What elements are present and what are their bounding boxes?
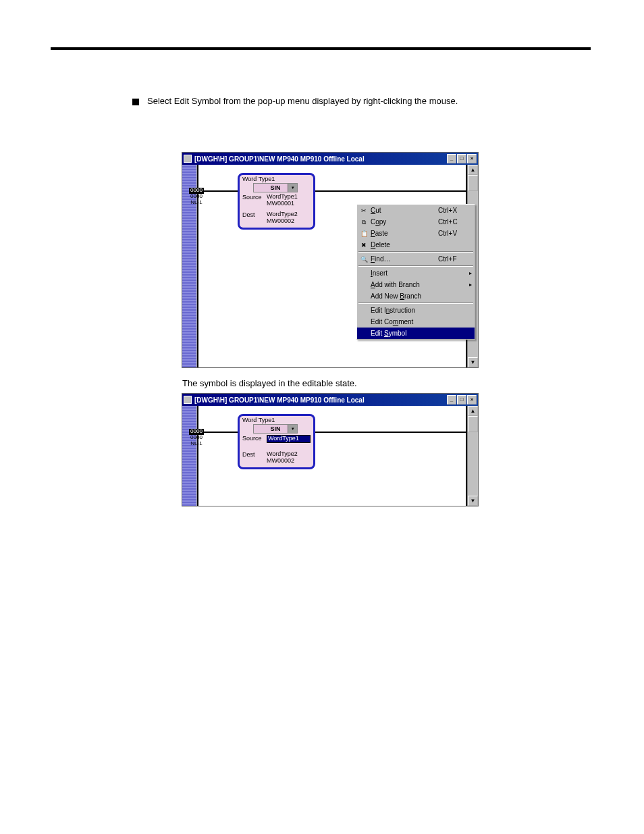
editor-window-1: [DWGH\H] GROUP1\NEW MP940 MP910 Offline …: [182, 152, 479, 368]
titlebar[interactable]: [DWGH\H] GROUP1\NEW MP940 MP910 Offline …: [182, 153, 478, 165]
menu-item-insert[interactable]: Insert▸: [357, 267, 475, 279]
instruction-block[interactable]: Word Type1 SIN ▾ Source WordType1 Dest W…: [238, 414, 315, 469]
submenu-arrow-icon: ▸: [466, 270, 472, 276]
menu-item-edit-comment[interactable]: Edit Comment: [357, 316, 475, 328]
caption-text: The symbol is displayed in the editable …: [182, 378, 357, 388]
instruction-block[interactable]: Word Type1 SIN ▾ Source WordType1 MW0000…: [238, 173, 315, 230]
menu-item-add-with-branch[interactable]: Add with Branch▸: [357, 279, 475, 290]
ladder-canvas[interactable]: 0000 0000 NL-1 Word Type1 SIN ▾ Source W…: [197, 406, 467, 506]
menu-item-delete[interactable]: ✖Delete: [357, 239, 475, 251]
instruction-title: Word Type1: [240, 416, 313, 423]
minimize-button[interactable]: _: [447, 154, 456, 163]
instruction-op[interactable]: SIN ▾: [253, 183, 298, 192]
menu-item-label: Add with Branch: [371, 281, 438, 288]
menu-item-find-[interactable]: 🔍Find…Ctrl+F: [357, 253, 475, 265]
editor-window-2: [DWGH\H] GROUP1\NEW MP940 MP910 Offline …: [182, 393, 479, 506]
scroll-down-button[interactable]: ▼: [468, 496, 478, 506]
menu-item-shortcut: Ctrl+X: [438, 207, 466, 214]
close-button[interactable]: ×: [467, 395, 477, 405]
page-top-rule: [51, 47, 591, 50]
rung-gutter: [182, 406, 197, 506]
minimize-button[interactable]: _: [447, 395, 456, 405]
menu-item-add-new-branch[interactable]: Add New Branch: [357, 290, 475, 302]
menu-item-label: Paste: [371, 230, 438, 237]
rung-address: 0000 0000 NL-1: [185, 188, 208, 205]
source-label: Source: [242, 435, 264, 443]
blank-icon: [358, 306, 369, 315]
cut-icon: ✂: [358, 206, 369, 215]
bullet-item: Select Edit Symbol from the pop-up menu …: [132, 96, 458, 107]
blank-icon: [358, 280, 369, 290]
ladder-canvas[interactable]: 0000 0000 NL-1 Word Type1 SIN ▾ Source W…: [197, 165, 467, 367]
context-menu[interactable]: ✂CutCtrl+X⧉CopyCtrl+C📋PasteCtrl+V✖Delete…: [356, 204, 475, 340]
menu-separator: [358, 265, 473, 267]
menu-separator: [358, 303, 473, 304]
scroll-down-button[interactable]: ▼: [468, 357, 478, 367]
menu-item-paste[interactable]: 📋PasteCtrl+V: [357, 228, 475, 239]
op-dropdown-icon[interactable]: ▾: [288, 425, 297, 433]
bullet-text: Select Edit Symbol from the pop-up menu …: [147, 96, 458, 107]
delete-icon: ✖: [358, 240, 369, 250]
rung-address: 0000 0000 NL-1: [185, 429, 208, 446]
menu-item-label: Insert: [371, 269, 438, 277]
instruction-op[interactable]: SIN ▾: [253, 424, 298, 434]
dest-label: Dest: [242, 451, 264, 465]
source-value[interactable]: WordType1 MW00001: [267, 194, 311, 207]
window-title: [DWGH\H] GROUP1\NEW MP940 MP910 Offline …: [194, 155, 447, 163]
dest-label: Dest: [242, 211, 264, 225]
menu-item-shortcut: Ctrl+C: [438, 218, 466, 226]
scroll-up-button[interactable]: ▲: [468, 165, 478, 175]
scroll-thumb[interactable]: [468, 416, 478, 432]
instruction-title: Word Type1: [240, 175, 313, 182]
paste-icon: 📋: [358, 229, 369, 238]
menu-item-label: Add New Branch: [371, 292, 438, 300]
menu-item-shortcut: Ctrl+F: [438, 255, 466, 263]
menu-item-cut[interactable]: ✂CutCtrl+X: [357, 205, 475, 216]
menu-item-label: Edit Symbol: [371, 330, 438, 337]
blank-icon: [358, 317, 369, 327]
copy-icon: ⧉: [358, 217, 369, 227]
blank-icon: [358, 269, 369, 278]
menu-item-label: Delete: [371, 241, 438, 249]
source-symbol-edit[interactable]: WordType1: [267, 435, 311, 443]
close-button[interactable]: ×: [467, 154, 477, 163]
window-title: [DWGH\H] GROUP1\NEW MP940 MP910 Offline …: [194, 396, 447, 404]
titlebar[interactable]: [DWGH\H] GROUP1\NEW MP940 MP910 Offline …: [182, 394, 478, 406]
menu-item-shortcut: Ctrl+V: [438, 230, 466, 237]
system-menu-icon[interactable]: [184, 155, 192, 163]
menu-item-label: Edit Instruction: [371, 307, 438, 314]
wire-out: [315, 432, 467, 433]
menu-item-label: Edit Comment: [371, 318, 438, 325]
dest-value[interactable]: WordType2 MW00002: [267, 211, 311, 225]
op-dropdown-icon[interactable]: ▾: [288, 184, 297, 192]
maximize-button[interactable]: □: [457, 395, 466, 405]
system-menu-icon[interactable]: [184, 396, 192, 404]
scroll-thumb[interactable]: [468, 175, 478, 191]
source-label: Source: [242, 194, 264, 207]
wire-out: [315, 190, 467, 192]
vertical-scrollbar[interactable]: ▲ ▼: [467, 406, 478, 506]
bullet-square: [132, 99, 139, 105]
find-icon: 🔍: [358, 255, 369, 264]
left-bus: [197, 406, 198, 506]
blank-icon: [358, 292, 369, 301]
menu-item-label: Find…: [371, 255, 438, 263]
submenu-arrow-icon: ▸: [466, 282, 472, 288]
menu-item-edit-instruction[interactable]: Edit Instruction: [357, 305, 475, 316]
maximize-button[interactable]: □: [457, 154, 466, 163]
menu-item-copy[interactable]: ⧉CopyCtrl+C: [357, 216, 475, 228]
menu-item-label: Cut: [371, 207, 438, 214]
menu-item-edit-symbol[interactable]: Edit Symbol: [357, 328, 475, 339]
dest-value[interactable]: WordType2 MW00002: [267, 451, 311, 465]
scroll-up-button[interactable]: ▲: [468, 406, 478, 416]
blank-icon: [358, 329, 369, 338]
menu-separator: [358, 251, 473, 253]
menu-item-label: Copy: [371, 218, 438, 226]
